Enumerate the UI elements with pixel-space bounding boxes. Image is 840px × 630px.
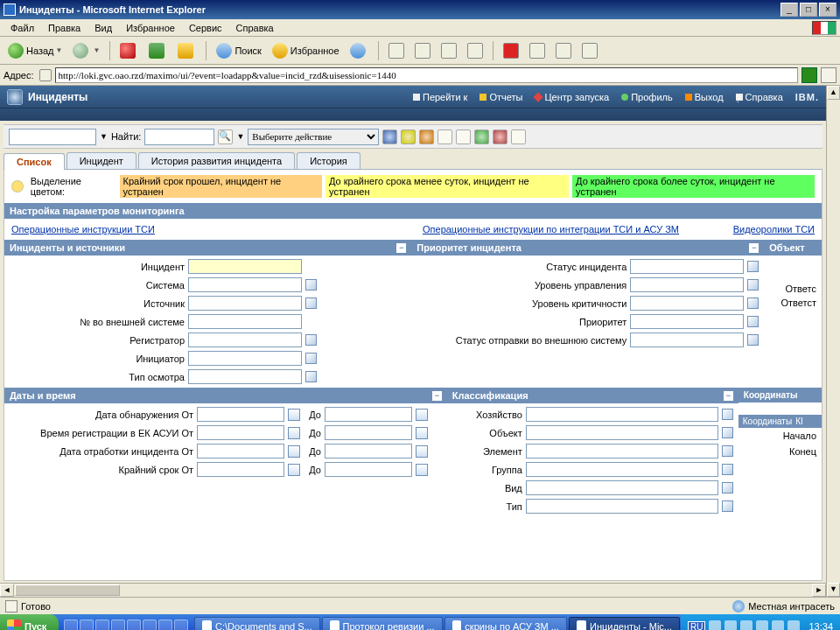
collapse-icon[interactable]: − bbox=[396, 243, 406, 253]
inp-crit[interactable] bbox=[630, 296, 744, 311]
help-icon[interactable] bbox=[11, 180, 24, 192]
pick-insptype-icon[interactable] bbox=[305, 371, 317, 382]
nav-edit-button[interactable] bbox=[437, 40, 461, 61]
inp-type[interactable] bbox=[526, 499, 718, 514]
scroll-up-icon[interactable]: ▲ bbox=[827, 86, 840, 100]
clock[interactable]: 13:34 bbox=[808, 621, 833, 630]
inp-system[interactable] bbox=[188, 277, 302, 292]
inp-kind[interactable] bbox=[526, 480, 718, 495]
link-help[interactable]: ?Справка bbox=[736, 92, 783, 102]
inp-economy[interactable] bbox=[526, 407, 718, 422]
ql-icon[interactable] bbox=[174, 620, 188, 630]
inp-reg-from[interactable] bbox=[197, 425, 284, 440]
tray-icon[interactable] bbox=[756, 620, 768, 630]
inp-proc-to[interactable] bbox=[325, 444, 412, 458]
ql-icon[interactable] bbox=[143, 620, 157, 630]
nav-home-button[interactable] bbox=[173, 40, 200, 61]
tab-history-dev[interactable]: История развития инцидента bbox=[138, 152, 295, 169]
link-startcenter[interactable]: Центр запуска bbox=[535, 92, 609, 102]
cal-icon[interactable] bbox=[416, 427, 428, 439]
scroll-thumb[interactable] bbox=[15, 584, 120, 596]
quick-search-input[interactable] bbox=[9, 129, 96, 145]
nav-print-button[interactable] bbox=[410, 40, 435, 61]
menu-tools[interactable]: Сервис bbox=[182, 21, 229, 35]
scroll-down-icon[interactable]: ▼ bbox=[827, 583, 840, 597]
nav-search-button[interactable]: Поиск bbox=[212, 40, 265, 61]
taskbar-button[interactable]: скрины по АСУ ЗМ ... bbox=[444, 617, 567, 630]
nav-ext3-button[interactable] bbox=[551, 40, 576, 61]
find-input[interactable] bbox=[144, 129, 214, 145]
tb-route-icon[interactable] bbox=[474, 130, 489, 144]
inp-initiator[interactable] bbox=[188, 351, 302, 366]
pick-registrar-icon[interactable] bbox=[305, 334, 317, 346]
tab-incident[interactable]: Инцидент bbox=[66, 152, 136, 169]
cal-icon[interactable] bbox=[416, 409, 428, 421]
nav-history-button[interactable] bbox=[346, 40, 373, 61]
ql-icon[interactable] bbox=[158, 620, 172, 630]
tb-next-icon[interactable] bbox=[456, 130, 471, 144]
tab-history[interactable]: История bbox=[297, 152, 360, 169]
go-button[interactable] bbox=[802, 67, 817, 83]
inp-element[interactable] bbox=[526, 444, 718, 458]
inp-registrar[interactable] bbox=[188, 332, 302, 347]
inp-source[interactable] bbox=[188, 296, 302, 311]
scroll-right-icon[interactable]: ► bbox=[812, 584, 826, 597]
start-button[interactable]: Пуск bbox=[0, 614, 59, 630]
menu-view[interactable]: Вид bbox=[88, 21, 119, 35]
pick-group-icon[interactable] bbox=[722, 464, 733, 475]
pick-status-icon[interactable] bbox=[747, 261, 759, 272]
inp-group[interactable] bbox=[526, 462, 718, 477]
nav-discuss-button[interactable] bbox=[463, 40, 487, 61]
nav-forward-button[interactable] bbox=[68, 40, 104, 61]
link-instr-integration[interactable]: Операционные инструкции по интеграции ТС… bbox=[423, 224, 733, 234]
inp-detect-from[interactable] bbox=[197, 407, 284, 422]
inp-mgmt[interactable] bbox=[630, 277, 744, 292]
nav-stop-button[interactable] bbox=[116, 40, 143, 61]
menu-file[interactable]: Файл bbox=[4, 21, 41, 35]
pick-priority-icon[interactable] bbox=[747, 316, 759, 327]
inp-status[interactable] bbox=[630, 259, 744, 274]
link-videos[interactable]: Видеоролики ТСИ bbox=[733, 224, 815, 234]
menu-edit[interactable]: Правка bbox=[41, 21, 88, 35]
nav-ext4-button[interactable] bbox=[578, 40, 602, 61]
link-signout[interactable]: Выход bbox=[685, 92, 724, 102]
pick-kind-icon[interactable] bbox=[722, 482, 733, 494]
link-profile[interactable]: Профиль bbox=[621, 92, 673, 102]
pick-initiator-icon[interactable] bbox=[305, 353, 317, 364]
pick-crit-icon[interactable] bbox=[747, 298, 759, 309]
link-reports[interactable]: Отчеты bbox=[480, 92, 522, 102]
ql-icon[interactable] bbox=[64, 620, 78, 630]
link-goto[interactable]: Перейти к bbox=[413, 92, 467, 102]
pick-element-icon[interactable] bbox=[722, 445, 733, 457]
inp-sendstatus[interactable] bbox=[630, 332, 744, 347]
tb-new-icon[interactable] bbox=[382, 130, 397, 144]
inp-incident[interactable] bbox=[188, 259, 302, 274]
inp-priority[interactable] bbox=[630, 314, 744, 329]
cal-icon[interactable] bbox=[288, 427, 300, 439]
links-button[interactable] bbox=[821, 67, 836, 83]
tb-stop-icon[interactable] bbox=[493, 130, 508, 144]
inp-extnum[interactable] bbox=[188, 314, 302, 329]
tb-prev-icon[interactable] bbox=[438, 130, 452, 144]
cal-icon[interactable] bbox=[288, 445, 300, 458]
action-select[interactable]: Выберите действие bbox=[248, 129, 379, 145]
tray-icon[interactable] bbox=[724, 620, 737, 630]
cal-icon[interactable] bbox=[288, 464, 300, 476]
tray-icon[interactable] bbox=[740, 620, 752, 630]
scroll-left-icon[interactable]: ◄ bbox=[0, 584, 14, 597]
tb-clear-icon[interactable] bbox=[419, 130, 434, 144]
inp-detect-to[interactable] bbox=[325, 407, 412, 422]
nav-ext1-button[interactable] bbox=[499, 40, 523, 61]
taskbar-button[interactable]: Протокол ревизии ... bbox=[322, 617, 443, 630]
pick-object-icon[interactable] bbox=[722, 427, 733, 438]
pick-mgmt-icon[interactable] bbox=[747, 279, 759, 290]
nav-mail-button[interactable] bbox=[384, 40, 409, 61]
tray-icon[interactable] bbox=[709, 620, 721, 630]
ql-icon[interactable] bbox=[127, 620, 141, 630]
inp-object[interactable] bbox=[526, 425, 718, 440]
menu-fav[interactable]: Избранное bbox=[119, 21, 182, 35]
lang-indicator[interactable]: RU bbox=[688, 621, 705, 631]
tray-icon[interactable] bbox=[772, 620, 784, 630]
pick-economy-icon[interactable] bbox=[722, 409, 733, 420]
cal-icon[interactable] bbox=[288, 409, 300, 421]
